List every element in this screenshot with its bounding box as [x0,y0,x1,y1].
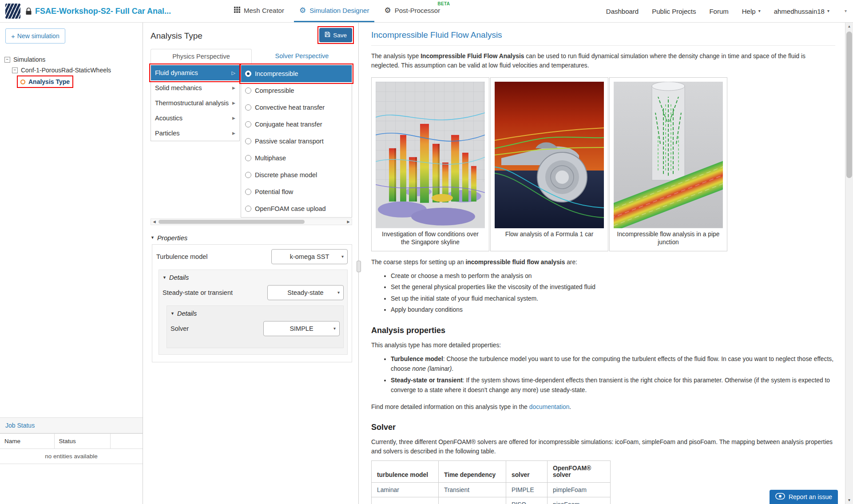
tab-post-processor[interactable]: ⚙ Post-Processor BETA [379,0,445,22]
physics-label: Particles [155,130,180,137]
option-potential-flow[interactable]: Potential flow [241,183,352,200]
tab-label: Mesh Creator [244,7,284,14]
nav-link-dashboard[interactable]: Dashboard [606,8,639,15]
column-header-empty [110,434,143,449]
steady-state-label: Steady-state or transient [163,289,233,296]
figure-skyline: Investigation of flow conditions over th… [371,77,489,251]
table-row: Laminar Transient PIMPLE pimpleFoam [372,483,611,497]
solver-intro: Currently, three different OpenFOAM® sol… [371,437,835,456]
user-menu[interactable]: ahmedhussain18 ▾ [774,8,829,15]
physics-item-thermostructural[interactable]: Thermostructural analysis ▶ [151,95,239,111]
plus-icon: + [11,33,15,40]
list-item: Turbulence model: Choose the turbulence … [391,354,835,374]
scroll-up-icon[interactable]: ▲ [845,23,853,30]
tree-item-simulations[interactable]: − Simulations [0,54,143,65]
chevron-down-icon: ▾ [341,254,344,259]
collapse-icon[interactable]: − [12,67,18,73]
panel-resize-handle[interactable] [357,261,361,272]
steady-state-select[interactable]: Steady-state ▾ [267,285,344,300]
physics-item-particles[interactable]: Particles ▶ [151,126,239,141]
scroll-left-icon[interactable]: ◀ [151,219,158,225]
nav-link-public-projects[interactable]: Public Projects [652,8,696,15]
tab-label: Post-Processor [395,7,440,14]
option-label: Discrete phase model [255,171,317,179]
details-section-toggle[interactable]: ▼ Details [171,310,340,317]
column-header-name: Name [0,434,54,449]
tab-mesh-creator[interactable]: Mesh Creator [229,0,290,22]
solver-select[interactable]: SIMPLE ▾ [263,321,340,336]
option-incompressible[interactable]: Incompressible [241,65,352,82]
panel-title: Analysis Type [151,28,202,41]
option-multiphase[interactable]: Multiphase [241,150,352,167]
report-issue-button[interactable]: Report an issue [770,490,838,504]
collapse-icon[interactable]: − [4,57,10,63]
option-convective-heat-transfer[interactable]: Convective heat transfer [241,99,352,116]
figure-caption: Incompressible flow analysis in a pipe j… [614,230,723,247]
physics-item-fluid-dynamics[interactable]: Fluid dynamics ▷ [151,65,239,80]
physics-category-list: Fluid dynamics ▷ Solid mechanics ▶ Therm… [151,65,240,141]
option-discrete-phase-model[interactable]: Discrete phase model [241,167,352,183]
figure-f1-car: Flow analysis of a Formula 1 car [490,77,608,251]
documentation-pane: Incompressible Fluid Flow Analysis The a… [359,23,853,504]
analysis-option-list: Incompressible Compressible Convective h… [241,65,352,218]
option-label: Incompressible [255,70,298,77]
tab-simulation-designer[interactable]: ⚙ Simulation Designer [294,0,374,22]
perspective-tabs: Physics Perspective Solver Perspective [151,49,352,64]
scrollbar-thumb[interactable] [159,220,305,224]
scroll-down-icon[interactable]: ▼ [845,496,853,504]
tree-item-label: Simulations [13,56,45,63]
top-navbar: FSAE-Workshop-S2- Full Car Anal... Mesh … [0,0,853,23]
tab-solver-perspective[interactable]: Solver Perspective [252,49,352,64]
option-openfoam-case-upload[interactable]: OpenFOAM case upload [241,200,352,217]
radio-icon [245,71,251,77]
help-menu[interactable]: Help ▾ [742,8,761,15]
job-status-panel: Job Status Name Status no entities avail… [0,417,143,464]
analysis-type-panel: Analysis Type Save Physics Perspective S… [143,23,359,504]
tree-item-analysis-type[interactable]: Analysis Type [0,75,143,88]
scroll-right-icon[interactable]: ▶ [345,219,352,225]
column-header: turbulence model [372,461,439,483]
chevron-down-icon: ▾ [758,9,761,13]
nav-link-forum[interactable]: Forum [709,8,728,15]
physics-label: Fluid dynamics [155,69,198,76]
option-compressible[interactable]: Compressible [241,82,352,99]
physics-label: Thermostructural analysis [155,99,229,107]
turbulence-model-label: Turbulence model [156,253,208,260]
properties-section-toggle[interactable]: ▼ Properties [151,234,352,242]
skyline-cfd-image [376,82,485,228]
turbulence-model-select[interactable]: k-omega SST ▾ [271,249,348,264]
simscale-logo[interactable] [5,4,20,19]
option-conjugate-heat-transfer[interactable]: Conjugate heat transfer [241,116,352,133]
job-status-title: Job Status [0,417,143,433]
eye-icon [775,493,785,501]
scrollbar-thumb[interactable] [846,32,852,178]
intro-paragraph: The analysis type Incompressible Fluid F… [371,52,835,71]
triangle-down-icon: ▼ [151,236,155,240]
tab-physics-perspective[interactable]: Physics Perspective [151,49,252,64]
new-simulation-button[interactable]: + New simulation [5,28,65,44]
horizontal-scrollbar: ◀ ▶ [151,218,352,225]
column-header: Time dependency [439,461,506,483]
tree-item-configuration[interactable]: − Conf-1-PorousRad-StaticWheels [0,65,143,75]
collapse-navbar-caret[interactable]: ▾ [845,9,847,13]
column-header-status: Status [54,434,110,449]
tree-item-label: Analysis Type [28,78,70,85]
physics-item-acoustics[interactable]: Acoustics ▶ [151,111,239,126]
gear-icon: ⚙ [384,7,391,14]
list-item: Steady-state or transient: If the system… [391,376,835,396]
section-label: Properties [157,234,187,242]
radio-icon [245,87,251,94]
tutorial-highlight: Save [319,28,352,42]
floppy-disk-icon [325,32,330,39]
documentation-link[interactable]: documentation [529,404,570,410]
option-label: Potential flow [255,188,293,195]
example-figures: Investigation of flow conditions over th… [371,77,835,251]
save-button[interactable]: Save [319,28,352,42]
list-item: Create or choose a mesh to perform the a… [391,271,835,281]
triangle-down-icon: ▼ [163,276,167,280]
chevron-down-icon: ▾ [827,9,829,13]
section-label: Details [177,310,197,317]
option-passive-scalar-transport[interactable]: Passive scalar transport [241,133,352,150]
details-section-toggle[interactable]: ▼ Details [163,274,344,281]
physics-item-solid-mechanics[interactable]: Solid mechanics ▶ [151,80,239,95]
